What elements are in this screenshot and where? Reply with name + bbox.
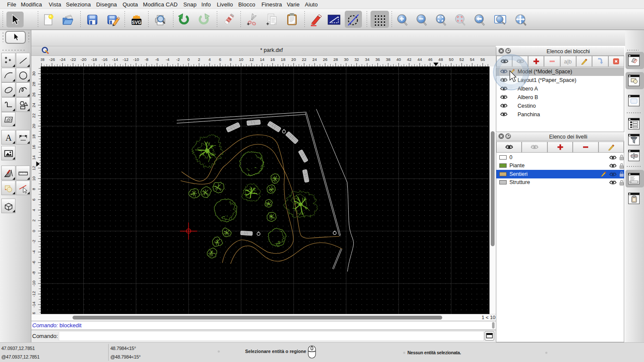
svg-text:6: 6 — [219, 57, 221, 62]
svg-text:44: 44 — [418, 57, 422, 62]
svg-text:4: 4 — [31, 209, 36, 211]
svg-text:-4: -4 — [31, 250, 36, 253]
svg-text:0: 0 — [31, 230, 36, 232]
svg-text:54: 54 — [470, 57, 475, 62]
svg-text:28: 28 — [31, 81, 36, 86]
svg-text:18: 18 — [281, 57, 286, 62]
svg-text:46: 46 — [428, 57, 433, 62]
svg-text:-26: -26 — [49, 57, 55, 62]
svg-text:36: 36 — [376, 57, 380, 62]
svg-text:-12: -12 — [31, 291, 36, 297]
svg-text:12: 12 — [31, 166, 36, 170]
svg-text:-8: -8 — [145, 57, 148, 62]
svg-text:18: 18 — [31, 134, 36, 139]
svg-text:-14: -14 — [112, 57, 118, 62]
svg-text:-6: -6 — [31, 261, 36, 264]
svg-text:-20: -20 — [81, 57, 87, 62]
svg-text:-2: -2 — [176, 57, 180, 62]
svg-text:10: 10 — [239, 57, 244, 62]
svg-text:-14: -14 — [31, 302, 36, 308]
svg-text:-10: -10 — [133, 57, 139, 62]
svg-text:40: 40 — [397, 57, 401, 62]
svg-text:20: 20 — [31, 124, 36, 128]
svg-text:20: 20 — [292, 57, 296, 62]
svg-text:34: 34 — [365, 57, 370, 62]
svg-text:10: 10 — [31, 176, 36, 181]
svg-text:-10: -10 — [31, 281, 36, 287]
svg-text:24: 24 — [313, 57, 317, 62]
svg-text:14: 14 — [260, 57, 265, 62]
svg-text:-22: -22 — [70, 57, 76, 62]
svg-text:22: 22 — [302, 57, 307, 62]
svg-text:-16: -16 — [102, 57, 108, 62]
svg-text:16: 16 — [270, 57, 275, 62]
svg-text:32: 32 — [355, 57, 359, 62]
svg-text:A: A — [6, 133, 12, 142]
svg-text:-6: -6 — [155, 57, 159, 62]
svg-text:0: 0 — [188, 57, 190, 62]
svg-text:26: 26 — [323, 57, 328, 62]
svg-text:4: 4 — [209, 57, 211, 62]
svg-text:-4: -4 — [166, 57, 169, 62]
svg-text:48: 48 — [438, 57, 443, 62]
svg-text:52: 52 — [459, 57, 464, 62]
svg-text:28: 28 — [334, 57, 338, 62]
svg-text:50: 50 — [449, 57, 454, 62]
svg-text:6: 6 — [31, 198, 36, 200]
svg-text:8: 8 — [31, 188, 36, 190]
svg-text:2: 2 — [198, 57, 200, 62]
svg-text:-12: -12 — [123, 57, 129, 62]
svg-text:56: 56 — [480, 57, 485, 62]
svg-text:-18: -18 — [91, 57, 97, 62]
svg-text:42: 42 — [407, 57, 412, 62]
svg-text:2: 2 — [31, 219, 36, 221]
svg-text:SVG: SVG — [131, 19, 141, 24]
svg-text:16: 16 — [31, 145, 36, 149]
svg-text:-8: -8 — [31, 271, 36, 275]
svg-text:30: 30 — [31, 71, 36, 76]
svg-text:24: 24 — [31, 103, 36, 107]
svg-text:12: 12 — [249, 57, 254, 62]
svg-text:8: 8 — [230, 57, 232, 62]
svg-text:30: 30 — [344, 57, 349, 62]
svg-text:-2: -2 — [31, 240, 36, 243]
svg-text:-24: -24 — [60, 57, 66, 62]
svg-text:22: 22 — [31, 113, 36, 118]
svg-text:14: 14 — [31, 155, 36, 160]
svg-text:26: 26 — [31, 92, 36, 97]
svg-text:-28: -28 — [41, 57, 44, 62]
svg-text:38: 38 — [386, 57, 391, 62]
